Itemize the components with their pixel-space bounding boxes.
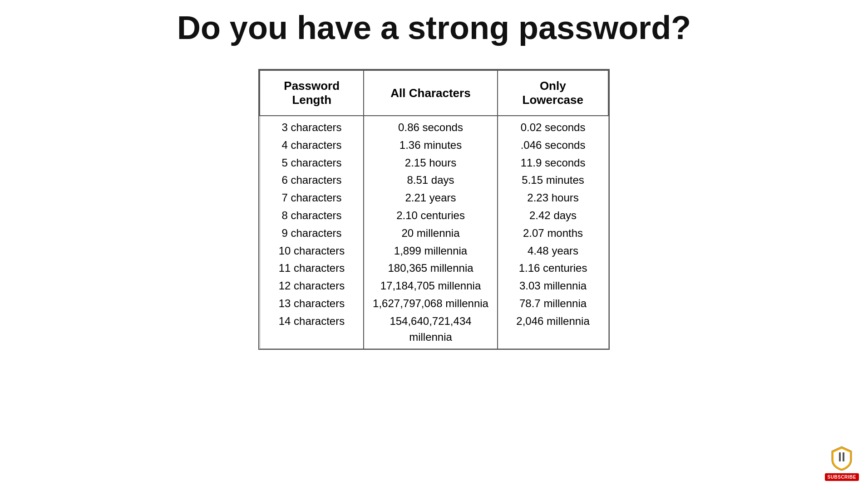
password-table: PasswordLength All Characters OnlyLowerc… [259,70,609,349]
list-item: 11.9 seconds [521,155,586,171]
list-item: 1,899 millennia [394,243,467,259]
isu-logo-icon [828,444,855,471]
list-item: 3 characters [281,120,341,136]
list-item: 1.16 centuries [519,260,587,276]
list-item: 1,627,797,068 millennia [373,296,488,312]
list-item: 2.21 years [405,190,456,206]
list-item: 7 characters [281,190,341,206]
list-item: 10 characters [279,243,345,259]
list-item: 180,365 millennia [388,260,473,276]
list-item: 4 characters [281,137,341,153]
list-item: 2,046 millennia [516,314,589,329]
header-password-length: PasswordLength [260,70,364,116]
password-table-wrapper: PasswordLength All Characters OnlyLowerc… [258,69,610,350]
list-item: 1.36 minutes [399,137,462,153]
list-item: 3.03 millennia [519,278,587,294]
list-item: 17,184,705 millennia [380,278,481,294]
page-title: Do you have a strong password? [177,9,691,46]
column-all-characters: 0.86 seconds1.36 minutes2.15 hours8.51 d… [364,116,497,349]
svg-rect-1 [843,452,844,461]
header-only-lowercase: OnlyLowercase [498,70,608,116]
list-item: 13 characters [279,296,345,312]
svg-rect-0 [839,452,841,461]
list-item: 8 characters [281,208,341,224]
header-all-characters: All Characters [364,70,497,116]
list-item: 11 characters [279,260,345,276]
list-item: 2.23 hours [527,190,578,206]
logo-area: SUBSCRIBE [825,444,859,481]
column-only-lowercase: 0.02 seconds.046 seconds11.9 seconds5.15… [498,116,608,349]
list-item: 154,640,721,434 millennia [390,314,471,345]
column-password-length: 3 characters4 characters5 characters6 ch… [260,116,364,349]
list-item: 4.48 years [528,243,578,259]
list-item: 2.15 hours [405,155,456,171]
list-item: 0.86 seconds [398,120,463,136]
list-item: 78.7 millennia [519,296,587,312]
list-item: 20 millennia [401,225,459,241]
list-item: 0.02 seconds [521,120,586,136]
list-item: 5 characters [281,155,341,171]
list-item: 14 characters [279,314,345,329]
subscribe-badge[interactable]: SUBSCRIBE [825,473,859,481]
list-item: 2.07 months [523,225,583,241]
list-item: 5.15 minutes [522,172,584,188]
list-item: 9 characters [281,225,341,241]
list-item: 2.10 centuries [396,208,465,224]
list-item: 2.42 days [529,208,577,224]
list-item: .046 seconds [521,137,586,153]
list-item: 6 characters [281,172,341,188]
list-item: 12 characters [279,278,345,294]
list-item: 8.51 days [407,172,454,188]
